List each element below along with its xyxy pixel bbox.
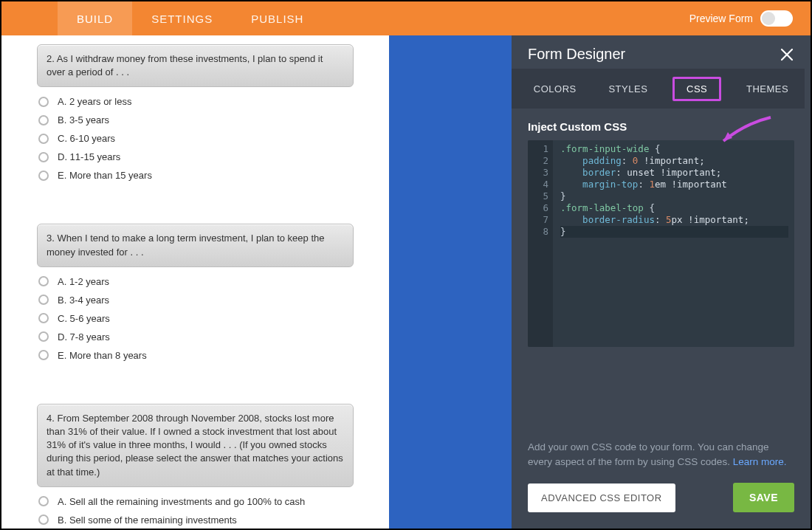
option-label: B. Sell some of the remaining investment… xyxy=(58,514,237,526)
option-label: A. 2 years or less xyxy=(58,96,131,107)
radio-option[interactable]: E. More than 8 years xyxy=(38,350,354,361)
option-label: C. 6-10 years xyxy=(58,133,115,144)
question-header[interactable]: 2. As I withdraw money from these invest… xyxy=(37,44,354,87)
save-button[interactable]: SAVE xyxy=(733,483,794,512)
option-label: E. More than 15 years xyxy=(58,170,152,181)
radio-option[interactable]: C. 6-10 years xyxy=(38,133,354,144)
learn-more-link[interactable]: Learn more. xyxy=(733,456,787,467)
option-label: D. 7-8 years xyxy=(58,331,110,343)
radio-icon[interactable] xyxy=(38,313,49,323)
radio-icon[interactable] xyxy=(38,171,49,181)
radio-option[interactable]: D. 7-8 years xyxy=(38,331,354,343)
preview-form-label: Preview Form xyxy=(689,13,753,24)
radio-icon[interactable] xyxy=(38,97,49,107)
option-label: A. Sell all the remaining investments an… xyxy=(58,496,305,507)
close-icon[interactable] xyxy=(780,47,794,62)
panel-title: Form Designer xyxy=(528,46,625,63)
option-label: D. 11-15 years xyxy=(58,151,120,162)
radio-option[interactable]: B. 3-5 years xyxy=(38,114,354,125)
radio-icon[interactable] xyxy=(38,295,49,305)
question-block: 2. As I withdraw money from these invest… xyxy=(37,44,354,181)
radio-option[interactable]: D. 11-15 years xyxy=(38,151,354,162)
question-block: 3. When I tend to make a long term inves… xyxy=(37,224,354,360)
option-label: B. 3-4 years xyxy=(58,295,109,306)
radio-option[interactable]: B. 3-4 years xyxy=(38,295,354,306)
question-header[interactable]: 4. From September 2008 through November … xyxy=(37,404,354,487)
form-designer-panel: Form Designer COLORSSTYLESCSSTHEMES Inje… xyxy=(512,35,811,529)
advanced-css-editor-button[interactable]: ADVANCED CSS EDITOR xyxy=(528,483,675,512)
question-block: 4. From September 2008 through November … xyxy=(37,404,354,526)
option-label: A. 1-2 years xyxy=(58,276,109,287)
radio-option[interactable]: B. Sell some of the remaining investment… xyxy=(38,514,354,526)
top-tab-publish[interactable]: PUBLISH xyxy=(232,1,323,35)
designer-tab-colors[interactable]: COLORS xyxy=(526,78,584,100)
form-canvas[interactable]: 2. As I withdraw money from these invest… xyxy=(1,35,389,529)
radio-option[interactable]: A. Sell all the remaining investments an… xyxy=(38,496,354,507)
radio-icon[interactable] xyxy=(38,514,49,525)
radio-icon[interactable] xyxy=(38,350,49,360)
radio-option[interactable]: A. 2 years or less xyxy=(38,96,354,107)
designer-tab-themes[interactable]: THEMES xyxy=(739,78,796,100)
designer-tab-styles[interactable]: STYLES xyxy=(601,78,655,100)
top-nav: BUILDSETTINGSPUBLISH Preview Form xyxy=(1,1,811,35)
radio-option[interactable]: C. 5-6 years xyxy=(38,313,354,324)
option-label: C. 5-6 years xyxy=(58,313,110,324)
radio-icon[interactable] xyxy=(38,115,49,125)
radio-icon[interactable] xyxy=(38,276,49,286)
radio-icon[interactable] xyxy=(38,496,49,506)
css-hint-text: Add your own CSS code to your form. You … xyxy=(512,427,811,470)
preview-toggle[interactable] xyxy=(760,10,793,27)
top-tab-build[interactable]: BUILD xyxy=(58,1,132,35)
radio-icon[interactable] xyxy=(38,331,49,342)
css-code-editor[interactable]: 12345678 .form-input-wide { padding: 0 !… xyxy=(528,140,794,347)
radio-option[interactable]: E. More than 15 years xyxy=(38,170,354,181)
top-tab-settings[interactable]: SETTINGS xyxy=(132,1,232,35)
inject-css-label: Inject Custom CSS xyxy=(528,120,794,133)
question-header[interactable]: 3. When I tend to make a long term inves… xyxy=(37,224,354,266)
radio-icon[interactable] xyxy=(38,152,49,162)
radio-icon[interactable] xyxy=(38,134,49,144)
designer-tab-css[interactable]: CSS xyxy=(672,77,721,101)
radio-option[interactable]: A. 1-2 years xyxy=(38,276,354,287)
option-label: E. More than 8 years xyxy=(58,350,147,361)
option-label: B. 3-5 years xyxy=(58,114,109,125)
